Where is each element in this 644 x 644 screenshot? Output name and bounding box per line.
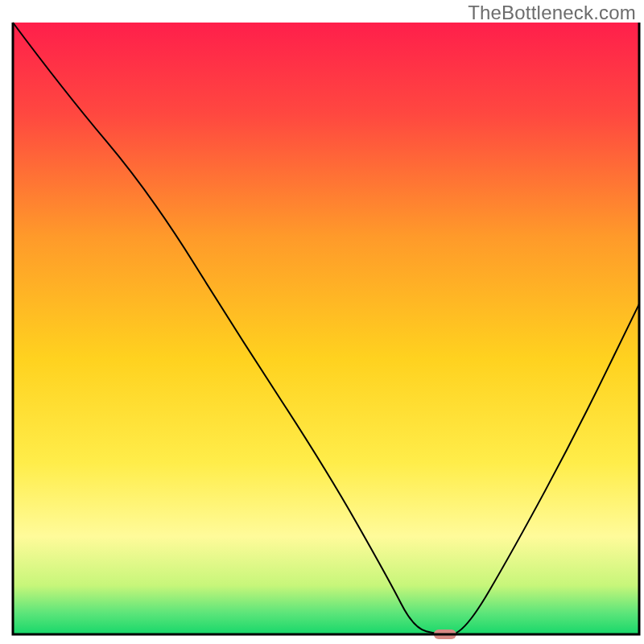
chart-frame: TheBottleneck.com [0,0,644,644]
gradient-background [13,23,639,634]
chart-canvas [0,0,644,644]
watermark-text: TheBottleneck.com [468,2,636,24]
